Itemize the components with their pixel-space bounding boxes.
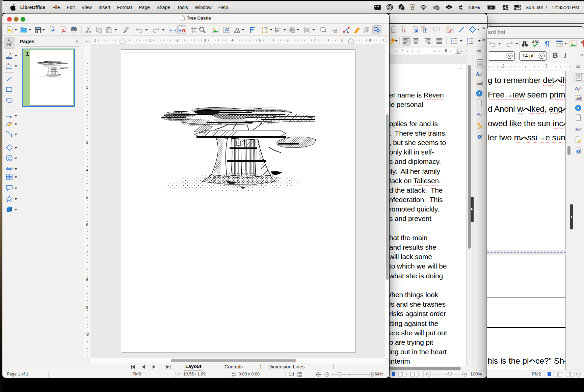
svg-text:A: A: [575, 86, 578, 91]
svg-text:A: A: [476, 72, 479, 77]
svg-text:1: 1: [94, 38, 96, 42]
svg-text:9: 9: [369, 38, 371, 42]
svg-text:2: 2: [86, 113, 88, 117]
svg-text:5: 5: [86, 195, 88, 199]
svg-text:5: 5: [259, 38, 261, 42]
svg-text:1: 1: [149, 38, 151, 42]
svg-text:8: 8: [341, 38, 343, 42]
svg-text:9: 9: [86, 305, 88, 309]
svg-text:4: 4: [231, 38, 234, 42]
svg-text:6: 6: [86, 223, 88, 227]
svg-text:ABC: ABC: [532, 40, 539, 44]
svg-text:2: 2: [177, 38, 179, 42]
svg-text:8: 8: [86, 278, 88, 282]
svg-text:10: 10: [85, 333, 89, 337]
svg-text:3: 3: [86, 140, 88, 144]
svg-text:1: 1: [86, 85, 88, 89]
svg-text:3: 3: [467, 42, 468, 45]
svg-text:6: 6: [286, 38, 288, 42]
svg-text:1: 1: [393, 28, 395, 32]
svg-text:1: 1: [401, 6, 403, 10]
svg-text:4: 4: [86, 168, 88, 172]
svg-text:3: 3: [204, 38, 206, 42]
svg-text:7: 7: [314, 38, 316, 42]
svg-text:7: 7: [86, 250, 88, 254]
